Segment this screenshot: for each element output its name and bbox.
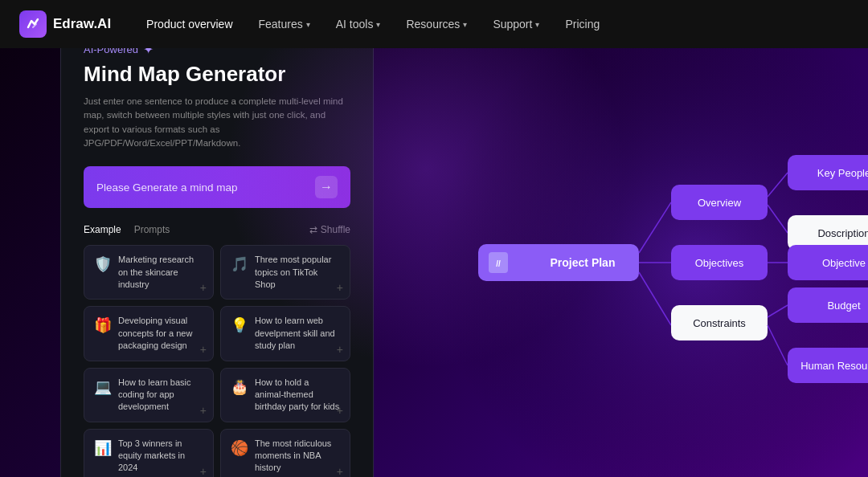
logo-text: Edraw.AI xyxy=(53,16,111,32)
prompt-item[interactable]: 🎁 Developing visual concepts for a new p… xyxy=(84,306,214,361)
nav-item-ai-tools[interactable]: AI tools ▾ xyxy=(326,13,391,35)
plus-icon: + xyxy=(337,404,343,417)
chevron-down-icon: ▾ xyxy=(376,20,380,29)
input-placeholder-text: Please Generate a mind map xyxy=(96,181,238,194)
prompt-icon: 💡 xyxy=(231,316,248,334)
prompt-text: The most ridiculous moments in NBA histo… xyxy=(255,438,340,475)
tab-example[interactable]: Example xyxy=(84,224,121,235)
logo[interactable]: Edraw.AI xyxy=(19,10,111,38)
plus-icon: + xyxy=(337,465,343,477)
generate-arrow-button[interactable]: → xyxy=(315,176,338,198)
human-resources-label: Human Resources xyxy=(800,360,868,372)
objective-label: Objective xyxy=(822,257,866,269)
objectives-label: Objectives xyxy=(695,257,744,269)
prompt-item[interactable]: 🎂 How to hold a animal-themed birthday p… xyxy=(220,368,350,422)
badge-text: AI-Powered xyxy=(84,48,138,55)
prompt-icon: 🏀 xyxy=(231,439,248,457)
chevron-down-icon: ▾ xyxy=(535,20,539,29)
mind-map-input[interactable]: Please Generate a mind map → xyxy=(84,166,350,208)
prompt-item[interactable]: 🛡️ Marketing research on the skincare in… xyxy=(84,245,214,300)
prompts-header: Example Prompts ⇄ Shuffle xyxy=(84,224,350,235)
navigation: Edraw.AI Product overview Features ▾ AI … xyxy=(0,0,868,48)
plus-icon: + xyxy=(200,281,207,294)
chevron-down-icon: ▾ xyxy=(463,20,467,29)
card-badge: AI-Powered ✦ xyxy=(84,48,350,57)
nav-links: Product overview Features ▾ AI tools ▾ R… xyxy=(137,13,849,35)
key-people-label: Key People xyxy=(817,167,868,179)
card-title: Mind Map Generator xyxy=(84,62,350,87)
nav-item-features[interactable]: Features ▾ xyxy=(249,13,320,35)
prompt-text: Developing visual concepts for a new pac… xyxy=(118,315,203,352)
prompts-tabs: Example Prompts xyxy=(84,224,170,235)
plus-icon: + xyxy=(200,343,207,356)
plus-icon: + xyxy=(200,404,207,417)
prompt-item[interactable]: 💻 How to learn basic coding for app deve… xyxy=(84,368,214,422)
card-description: Just enter one sentence to produce a com… xyxy=(84,95,350,150)
overview-label: Overview xyxy=(698,197,742,209)
prompt-item[interactable]: 💡 How to learn web develpment skill and … xyxy=(220,306,350,361)
nav-item-resources[interactable]: Resources ▾ xyxy=(396,13,477,35)
mindmap-container: // Project Plan Overview Objectives Cons… xyxy=(434,48,868,477)
shuffle-button[interactable]: ⇄ Shuffle xyxy=(309,224,350,235)
budget-label: Budget xyxy=(827,300,861,312)
generator-card: AI-Powered ✦ Mind Map Generator Just ent… xyxy=(60,48,374,477)
prompt-icon: 🎁 xyxy=(94,316,112,334)
prompt-item[interactable]: 🎵 Three most popular topics on TikTok Sh… xyxy=(220,245,350,300)
prompt-item[interactable]: 📊 Top 3 winners in equity markets in 202… xyxy=(84,429,214,477)
logo-icon xyxy=(19,10,47,38)
prompt-text: Three most popular topics on TikTok Shop xyxy=(255,254,340,291)
prompts-grid: 🛡️ Marketing research on the skincare in… xyxy=(84,245,350,477)
prompt-icon: 💻 xyxy=(94,378,112,396)
tab-prompts[interactable]: Prompts xyxy=(134,224,170,235)
prompt-text: How to learn basic coding for app develo… xyxy=(118,377,203,414)
prompt-icon: 🎂 xyxy=(231,378,248,396)
description-label: Doscription xyxy=(817,227,868,239)
nav-item-pricing[interactable]: Pricing xyxy=(555,13,609,35)
plus-icon: + xyxy=(337,281,343,294)
sparkle-icon: ✦ xyxy=(143,48,154,57)
main-content: AI-Powered ✦ Mind Map Generator Just ent… xyxy=(0,48,868,477)
nav-item-support[interactable]: Support ▾ xyxy=(483,13,549,35)
prompt-icon: 🛡️ xyxy=(94,255,112,273)
prompt-text: How to learn web develpment skill and st… xyxy=(255,315,340,352)
mindmap-svg: // Project Plan Overview Objectives Cons… xyxy=(434,48,868,477)
prompt-text: Top 3 winners in equity markets in 2024 xyxy=(118,438,203,475)
nav-item-product-overview[interactable]: Product overview xyxy=(137,13,242,35)
center-node-label: Project Plan xyxy=(551,256,616,269)
right-panel: // Project Plan Overview Objectives Cons… xyxy=(434,48,868,477)
svg-text://: // xyxy=(496,259,501,268)
prompt-icon: 📊 xyxy=(94,439,112,457)
plus-icon: + xyxy=(337,343,343,356)
plus-icon: + xyxy=(200,465,207,477)
shuffle-label: Shuffle xyxy=(321,224,350,235)
left-panel: AI-Powered ✦ Mind Map Generator Just ent… xyxy=(0,48,434,477)
prompt-item[interactable]: 🏀 The most ridiculous moments in NBA his… xyxy=(220,429,350,477)
prompt-icon: 🎵 xyxy=(231,255,248,273)
prompt-text: How to hold a animal-themed birthday par… xyxy=(255,377,340,414)
prompt-text: Marketing research on the skincare indus… xyxy=(118,254,203,291)
chevron-down-icon: ▾ xyxy=(306,20,310,29)
constraints-label: Constraints xyxy=(693,317,746,329)
shuffle-icon: ⇄ xyxy=(309,224,317,235)
